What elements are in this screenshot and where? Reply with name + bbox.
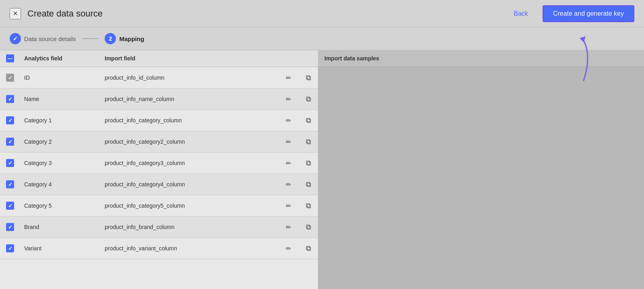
edit-cell[interactable]: ✏ (278, 174, 298, 195)
mapping-table: Analytics field Import field ID product_… (0, 50, 318, 289)
row-checkbox-cell[interactable] (0, 91, 20, 107)
import-field-cell: product_info_category4_column (101, 177, 278, 192)
table-row: Category 4 product_info_category4_column… (0, 174, 318, 195)
row-checkbox[interactable] (6, 138, 14, 146)
copy-cell[interactable]: ⧉ (298, 67, 318, 88)
edit-icon[interactable]: ✏ (282, 71, 295, 84)
edit-cell[interactable]: ✏ (278, 217, 298, 237)
close-button[interactable]: × (10, 8, 21, 19)
row-checkbox[interactable] (6, 223, 14, 231)
analytics-field-cell: Variant (20, 241, 101, 256)
table-row: Brand product_info_brand_column ✏ ⧉ (0, 217, 318, 238)
row-checkbox-cell[interactable] (0, 155, 20, 171)
table-row: Variant product_info_variant_column ✏ ⧉ (0, 238, 318, 259)
import-field-cell: product_info_id_column (101, 70, 278, 85)
import-field-cell: product_info_category_column (101, 113, 278, 128)
row-checkbox-cell[interactable] (0, 176, 20, 192)
copy-cell[interactable]: ⧉ (298, 153, 318, 173)
analytics-field-cell: Category 5 (20, 198, 101, 213)
edit-icon[interactable]: ✏ (282, 221, 295, 233)
row-checkbox-cell[interactable] (0, 134, 20, 150)
step-2: 2 Mapping (105, 33, 144, 44)
edit-icon[interactable]: ✏ (282, 114, 295, 127)
copy-icon[interactable]: ⧉ (302, 93, 315, 105)
row-checkbox[interactable] (6, 180, 14, 188)
edit-cell[interactable]: ✏ (278, 110, 298, 131)
analytics-field-cell: Category 1 (20, 113, 101, 128)
row-checkbox[interactable] (6, 95, 14, 103)
import-field-cell: product_info_name_column (101, 92, 278, 106)
step-1: ✓ Data source details (10, 33, 76, 44)
analytics-field-cell: Category 4 (20, 177, 101, 192)
main-content: Analytics field Import field ID product_… (0, 50, 644, 289)
table-row: Category 5 product_info_category5_column… (0, 195, 318, 217)
step-divider (82, 38, 98, 39)
header-left: × Create data source (10, 8, 103, 19)
analytics-field-cell: ID (20, 70, 101, 85)
edit-icon[interactable]: ✏ (282, 242, 295, 255)
stepper: ✓ Data source details 2 Mapping (0, 27, 644, 50)
header-right: Back Create and generate key (507, 5, 634, 22)
copy-cell[interactable]: ⧉ (298, 89, 318, 109)
table-row: Category 2 product_info_category2_column… (0, 131, 318, 153)
edit-cell[interactable]: ✏ (278, 131, 298, 152)
copy-cell[interactable]: ⧉ (298, 131, 318, 152)
copy-icon[interactable]: ⧉ (302, 221, 315, 233)
table-row: ID product_info_id_column ✏ ⧉ (0, 67, 318, 89)
header-checkbox[interactable] (0, 54, 20, 62)
copy-cell[interactable]: ⧉ (298, 238, 318, 259)
copy-icon[interactable]: ⧉ (302, 114, 315, 127)
row-checkbox[interactable] (6, 116, 14, 124)
edit-icon[interactable]: ✏ (282, 93, 295, 105)
step-2-label: Mapping (119, 35, 144, 42)
edit-icon[interactable]: ✏ (282, 135, 295, 148)
row-checkbox[interactable] (6, 74, 14, 82)
row-checkbox[interactable] (6, 159, 14, 167)
import-field-cell: product_info_category3_column (101, 156, 278, 170)
table-header: Analytics field Import field (0, 50, 318, 67)
table-row: Category 3 product_info_category3_column… (0, 153, 318, 174)
edit-cell[interactable]: ✏ (278, 89, 298, 109)
analytics-field-cell: Name (20, 92, 101, 106)
copy-icon[interactable]: ⧉ (302, 157, 315, 169)
create-and-generate-key-button[interactable]: Create and generate key (543, 5, 634, 22)
import-field-header: Import field (101, 55, 278, 62)
row-checkbox-cell[interactable] (0, 70, 20, 86)
step-2-circle: 2 (105, 33, 116, 44)
copy-icon[interactable]: ⧉ (302, 199, 315, 212)
row-checkbox-cell[interactable] (0, 240, 20, 256)
row-checkbox-cell[interactable] (0, 219, 20, 235)
edit-cell[interactable]: ✏ (278, 238, 298, 259)
select-all-checkbox[interactable] (6, 54, 14, 62)
copy-cell[interactable]: ⧉ (298, 195, 318, 216)
analytics-field-cell: Category 2 (20, 134, 101, 149)
import-field-cell: product_info_category2_column (101, 134, 278, 149)
copy-icon[interactable]: ⧉ (302, 135, 315, 148)
edit-icon[interactable]: ✏ (282, 157, 295, 169)
analytics-field-header: Analytics field (20, 55, 101, 62)
import-field-cell: product_info_brand_column (101, 220, 278, 234)
copy-icon[interactable]: ⧉ (302, 178, 315, 191)
edit-cell[interactable]: ✏ (278, 153, 298, 173)
table-body: ID product_info_id_column ✏ ⧉ Name produ… (0, 67, 318, 259)
row-checkbox[interactable] (6, 202, 14, 210)
edit-icon[interactable]: ✏ (282, 199, 295, 212)
copy-cell[interactable]: ⧉ (298, 217, 318, 237)
right-panel: Import data samples (318, 50, 644, 289)
back-button[interactable]: Back (507, 7, 535, 21)
row-checkbox[interactable] (6, 244, 14, 252)
edit-cell[interactable]: ✏ (278, 195, 298, 216)
import-field-cell: product_info_variant_column (101, 241, 278, 256)
dialog-header: × Create data source Back Create and gen… (0, 0, 644, 27)
copy-cell[interactable]: ⧉ (298, 110, 318, 131)
copy-cell[interactable]: ⧉ (298, 174, 318, 195)
step-1-label: Data source details (24, 35, 76, 42)
page-title: Create data source (27, 8, 103, 19)
row-checkbox-cell[interactable] (0, 198, 20, 214)
table-row: Name product_info_name_column ✏ ⧉ (0, 89, 318, 110)
copy-icon[interactable]: ⧉ (302, 242, 315, 255)
copy-icon[interactable]: ⧉ (302, 71, 315, 84)
edit-cell[interactable]: ✏ (278, 67, 298, 88)
edit-icon[interactable]: ✏ (282, 178, 295, 191)
row-checkbox-cell[interactable] (0, 112, 20, 128)
